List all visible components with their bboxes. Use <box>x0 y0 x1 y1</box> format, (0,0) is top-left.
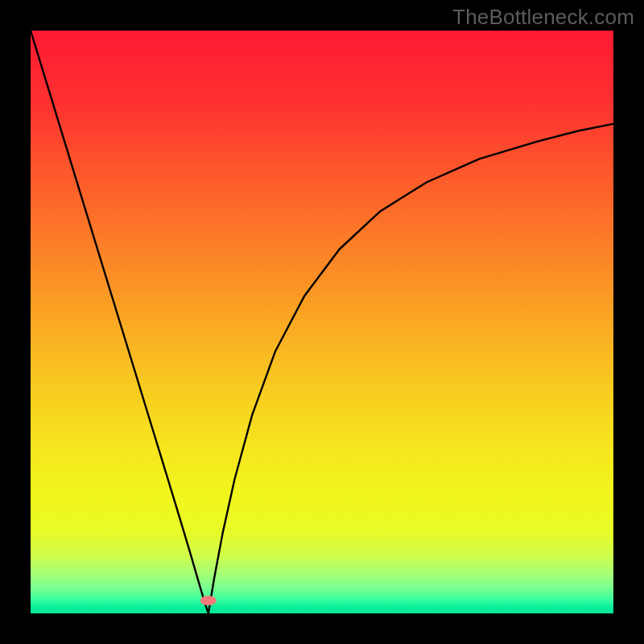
watermark-text: TheBottleneck.com <box>452 5 634 30</box>
gradient-background <box>31 31 613 613</box>
chart-container: TheBottleneck.com <box>0 0 644 644</box>
optimum-marker <box>200 596 217 605</box>
bottleneck-chart <box>31 31 613 613</box>
plot-area <box>31 31 613 613</box>
